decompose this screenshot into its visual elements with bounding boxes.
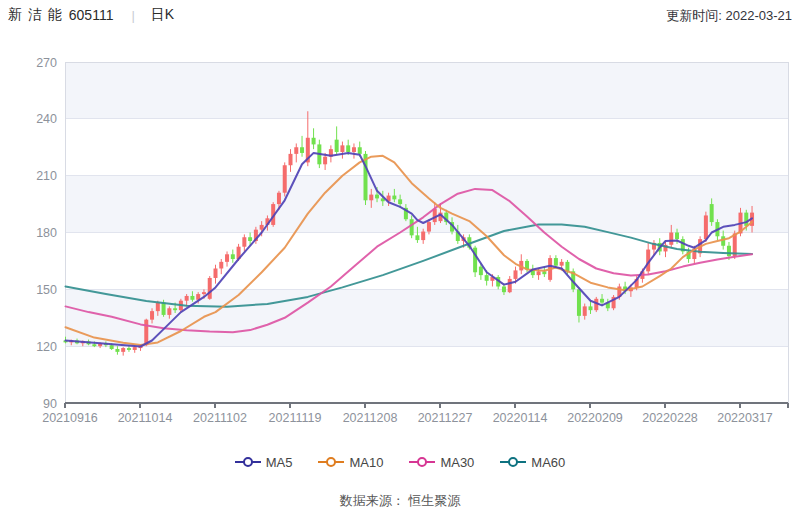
candle-up[interactable]: [133, 346, 137, 353]
candle-down[interactable]: [312, 128, 316, 149]
candle-up[interactable]: [508, 276, 512, 293]
legend-item-ma30[interactable]: MA30: [409, 455, 474, 470]
candle-up[interactable]: [646, 243, 650, 274]
x-axis-label: 20211102: [193, 411, 247, 425]
legend-item-ma5[interactable]: MA5: [235, 455, 293, 470]
stock-code: 605111: [69, 7, 114, 23]
x-axis-label: 20211227: [418, 411, 473, 425]
y-axis-label: 90: [43, 397, 57, 411]
plot-band: [65, 62, 788, 119]
ma10-legend-marker: [318, 456, 344, 468]
period-label: 日K: [151, 6, 174, 24]
legend-item-ma10[interactable]: MA10: [318, 455, 383, 470]
x-axis-label: 20220228: [642, 411, 698, 425]
y-axis-label: 150: [36, 283, 57, 297]
stock-title: 新 洁 能 605111 | 日K: [8, 6, 174, 24]
candle-down[interactable]: [300, 136, 304, 157]
candlestick-chart[interactable]: 2021091620211014202111022021111920211208…: [0, 40, 800, 440]
title-separator: |: [131, 8, 134, 23]
ma30-legend-marker: [409, 456, 435, 468]
legend-item-ma60[interactable]: MA60: [500, 455, 565, 470]
x-axis-label: 20211119: [269, 411, 322, 425]
candle-down[interactable]: [115, 346, 119, 355]
candle-up[interactable]: [242, 234, 246, 251]
candle-up[interactable]: [121, 347, 125, 356]
ma5-legend-marker: [235, 456, 261, 468]
candle-up[interactable]: [289, 149, 293, 172]
x-axis-label: 20210916: [42, 411, 98, 425]
stock-name: 新 洁 能: [8, 6, 63, 24]
candle-up[interactable]: [352, 143, 356, 158]
y-axis-label: 120: [36, 340, 57, 354]
legend-label: MA5: [266, 455, 293, 470]
candle-up[interactable]: [208, 276, 212, 300]
legend-label: MA60: [531, 455, 565, 470]
candle-up[interactable]: [294, 143, 298, 162]
chart-legend: MA5MA10MA30MA60: [0, 452, 800, 472]
candle-down[interactable]: [335, 126, 339, 154]
legend-label: MA10: [349, 455, 383, 470]
x-axis-label: 20220209: [567, 411, 623, 425]
candle-up[interactable]: [329, 145, 333, 162]
x-axis-label: 20211014: [118, 411, 173, 425]
y-axis-label: 270: [36, 56, 57, 70]
update-time: 更新时间: 2022-03-21: [666, 7, 792, 25]
y-axis-label: 180: [36, 226, 57, 240]
ma60-legend-marker: [500, 456, 526, 468]
candle-up[interactable]: [340, 142, 344, 159]
data-source-note: 数据来源： 恒生聚源: [0, 492, 800, 510]
plot-band: [65, 289, 788, 346]
x-axis-label: 20220114: [493, 411, 548, 425]
y-axis-label: 240: [36, 112, 57, 126]
chart-header: 新 洁 能 605111 | 日K 更新时间: 2022-03-21: [0, 6, 800, 30]
candle-up[interactable]: [612, 295, 616, 310]
candle-down[interactable]: [231, 250, 235, 263]
legend-label: MA30: [440, 455, 474, 470]
candle-up[interactable]: [283, 162, 287, 196]
x-axis-label: 20211208: [343, 411, 398, 425]
stock-chart-page: 新 洁 能 605111 | 日K 更新时间: 2022-03-21 20210…: [0, 0, 800, 517]
candle-down[interactable]: [681, 236, 685, 254]
candle-down[interactable]: [473, 246, 477, 277]
x-axis-label: 20220317: [717, 411, 773, 425]
plot-band: [65, 176, 788, 233]
candle-up[interactable]: [664, 242, 668, 257]
y-axis-label: 210: [36, 169, 57, 183]
candle-up[interactable]: [225, 251, 229, 266]
candle-up[interactable]: [219, 259, 223, 274]
candle-up[interactable]: [519, 254, 523, 274]
candle-up[interactable]: [214, 265, 218, 284]
